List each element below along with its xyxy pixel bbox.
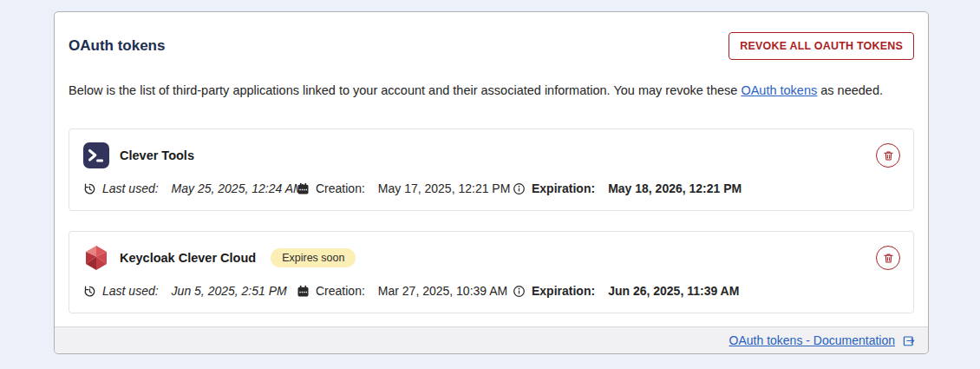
token-card-keycloak: Keycloak Clever Cloud Expires soon — [69, 231, 914, 313]
page-title: OAuth tokens — [69, 37, 165, 55]
last-used-group: Last used: Jun 5, 2025, 2:51 PM — [83, 284, 297, 298]
keycloak-icon — [83, 245, 109, 271]
panel-footer: OAuth tokens - Documentation — [55, 326, 928, 353]
expires-soon-badge: Expires soon — [271, 248, 356, 267]
revoke-token-button[interactable] — [876, 143, 900, 168]
creation-value: Mar 27, 2025, 10:39 AM — [378, 284, 507, 298]
panel-header: OAuth tokens REVOKE ALL OAUTH TOKENS — [55, 12, 928, 60]
expiration-label: Expiration: — [532, 284, 595, 298]
creation-label: Creation: — [316, 181, 365, 195]
expiration-group: Expiration: May 18, 2026, 12:21 PM — [513, 181, 742, 195]
creation-group: Creation: May 17, 2025, 12:21 PM — [297, 181, 513, 195]
creation-label: Creation: — [316, 284, 365, 298]
token-meta-row: Last used: Jun 5, 2025, 2:51 PM — [83, 284, 899, 298]
external-link-icon — [902, 334, 915, 347]
calendar-icon — [297, 285, 310, 298]
calendar-icon — [297, 182, 310, 195]
last-used-group: Last used: May 25, 2025, 12:24 AM — [83, 181, 297, 195]
creation-group: Creation: Mar 27, 2025, 10:39 AM — [297, 284, 513, 298]
description-before: Below is the list of third-party applica… — [69, 83, 741, 97]
history-icon — [83, 182, 96, 195]
description-text: Below is the list of third-party applica… — [55, 82, 928, 99]
token-name: Keycloak Clever Cloud — [120, 251, 256, 265]
description-after: as needed. — [817, 83, 883, 97]
terminal-icon — [83, 142, 109, 168]
revoke-all-tokens-button[interactable]: REVOKE ALL OAUTH TOKENS — [728, 32, 914, 60]
token-card-clever-tools: Clever Tools Last used: — [69, 128, 914, 211]
info-icon — [513, 285, 526, 298]
oauth-tokens-panel: OAuth tokens REVOKE ALL OAUTH TOKENS Bel… — [54, 11, 929, 354]
expiration-value: May 18, 2026, 12:21 PM — [608, 181, 742, 195]
token-head: Clever Tools — [83, 142, 899, 168]
last-used-label: Last used: — [102, 181, 159, 195]
expiration-group: Expiration: Jun 26, 2025, 11:39 AM — [513, 284, 739, 298]
token-meta-row: Last used: May 25, 2025, 12:24 AM — [83, 181, 899, 195]
token-list: Clever Tools Last used: — [55, 128, 928, 313]
expiration-label: Expiration: — [532, 181, 595, 195]
last-used-value: May 25, 2025, 12:24 AM — [172, 181, 304, 195]
info-icon — [513, 182, 526, 195]
oauth-tokens-link[interactable]: OAuth tokens — [741, 83, 817, 97]
expiration-value: Jun 26, 2025, 11:39 AM — [608, 284, 739, 298]
token-head: Keycloak Clever Cloud Expires soon — [83, 245, 899, 271]
revoke-token-button[interactable] — [876, 246, 900, 270]
documentation-link[interactable]: OAuth tokens - Documentation — [729, 333, 895, 347]
trash-icon — [883, 253, 894, 264]
last-used-value: Jun 5, 2025, 2:51 PM — [172, 284, 287, 298]
history-icon — [83, 285, 96, 298]
last-used-label: Last used: — [102, 284, 159, 298]
token-name: Clever Tools — [120, 148, 194, 162]
trash-icon — [883, 150, 894, 161]
creation-value: May 17, 2025, 12:21 PM — [378, 181, 511, 195]
